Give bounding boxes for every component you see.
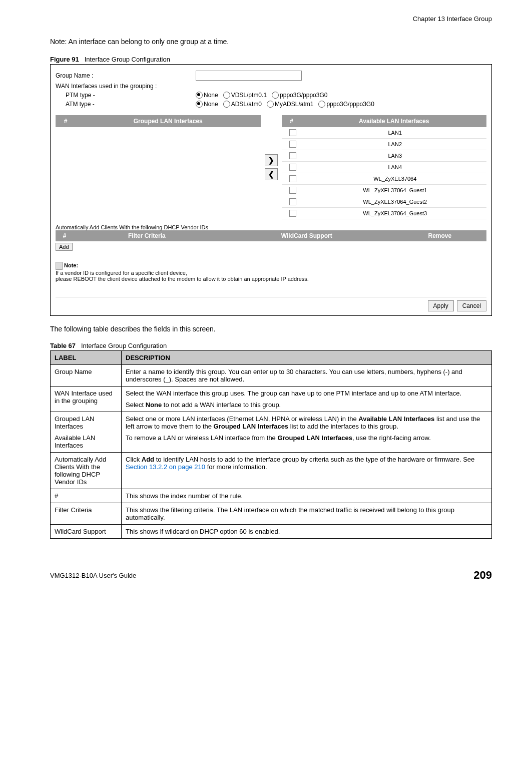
lan-item-label: LAN3: [304, 153, 487, 159]
ptm-pppo-radio[interactable]: [272, 92, 279, 99]
atm-none-radio[interactable]: [196, 101, 203, 108]
lan-item-label: LAN4: [304, 164, 487, 170]
table-row: Automatically Add Clients With the follo…: [51, 453, 492, 489]
lan-item-label: LAN1: [304, 130, 487, 136]
apply-button[interactable]: Apply: [428, 300, 454, 311]
lan-item-label: WL_ZyXEL37064_Guest2: [304, 199, 487, 205]
intro-text: The following table describes the fields…: [50, 325, 492, 333]
atm-type-label: ATM type -: [56, 101, 196, 108]
lan-item-label: WL_ZyXEL37064: [304, 176, 487, 182]
ptm-none-label: None: [204, 92, 218, 99]
row-label: Grouped LAN Interfaces Available LAN Int…: [51, 412, 122, 453]
lan-item-label: WL_ZyXEL37064_Guest3: [304, 210, 487, 216]
ptm-radio-group: None VDSL/ptm0.1 pppo3G/pppo3G0: [196, 92, 327, 99]
group-name-input[interactable]: [196, 71, 302, 81]
guide-name: VMG1312-B10A User's Guide: [50, 572, 136, 579]
table-header-desc: DESCRIPTION: [122, 351, 492, 365]
move-left-button[interactable]: ❮: [265, 168, 278, 180]
group-name-label: Group Name :: [56, 72, 196, 79]
section-link[interactable]: Section 13.2.2 on page 210: [126, 463, 205, 471]
note-icon: [56, 262, 63, 270]
row-desc: Enter a name to identify this group. You…: [122, 365, 492, 387]
ptm-pppo-label: pppo3G/pppo3G0: [280, 92, 327, 99]
atm-adsl-label: ADSL/atm0: [231, 101, 262, 108]
atm-adsl-radio[interactable]: [223, 101, 230, 108]
table-title: Interface Group Configuration: [81, 342, 167, 349]
lan-checkbox[interactable]: [289, 141, 296, 148]
figure-box: Group Name : WAN Interfaces used in the …: [50, 64, 492, 316]
vendor-filter-header: Filter Criteria: [74, 230, 220, 241]
lan-checkbox[interactable]: [289, 187, 296, 194]
page-number: 209: [473, 569, 492, 582]
available-lan-name-header: Available LAN Interfaces: [302, 115, 487, 127]
figure-prefix: Figure 91: [50, 56, 79, 63]
row-label: Filter Criteria: [51, 503, 122, 525]
table-row: WAN Interface used in the grouping Selec…: [51, 387, 492, 412]
row-desc: This shows the filtering criteria. The L…: [122, 503, 492, 525]
ptm-none-radio[interactable]: [196, 92, 203, 99]
note-title: Note:: [64, 262, 78, 268]
row-desc: This shows the index number of the rule.: [122, 489, 492, 503]
row-label: WildCard Support: [51, 525, 122, 539]
lan-checkbox[interactable]: [289, 198, 296, 205]
table-row: Group Name Enter a name to identify this…: [51, 365, 492, 387]
note-text-2: please REBOOT the client device attached…: [56, 276, 486, 282]
atm-myadsl-radio[interactable]: [267, 101, 274, 108]
lan-checkbox[interactable]: [289, 164, 296, 171]
vendor-ids-label: Automatically Add Clients With the follo…: [56, 224, 486, 230]
atm-radio-group: None ADSL/atm0 MyADSL/atm1 pppo3G/pppo3G…: [196, 101, 374, 108]
row-desc: Select the WAN interface this group uses…: [122, 387, 492, 412]
row-desc: This shows if wildcard on DHCP option 60…: [122, 525, 492, 539]
lan-item-label: LAN2: [304, 141, 487, 147]
move-right-button[interactable]: ❯: [265, 154, 278, 166]
note-line: Note: An interface can belong to only on…: [50, 38, 492, 46]
wan-interfaces-label: WAN Interfaces used in the grouping :: [56, 83, 196, 90]
grouped-lan-panel: # Grouped LAN Interfaces: [56, 115, 261, 219]
vendor-wildcard-header: WildCard Support: [220, 230, 393, 241]
atm-myadsl-label: MyADSL/atm1: [275, 101, 313, 108]
grouped-lan-idx-header: #: [56, 115, 76, 127]
vendor-remove-header: Remove: [393, 230, 486, 241]
table-row: WildCard Support This shows if wildcard …: [51, 525, 492, 539]
atm-pppo-label: pppo3G/pppo3G0: [326, 101, 374, 108]
chevron-right-icon: ❯: [268, 156, 274, 164]
row-label: WAN Interface used in the grouping: [51, 387, 122, 412]
chapter-header: Chapter 13 Interface Group: [50, 15, 492, 23]
row-desc: Select one or more LAN interfaces (Ether…: [122, 412, 492, 453]
lan-checkbox[interactable]: [289, 129, 296, 136]
cancel-button[interactable]: Cancel: [457, 300, 486, 311]
table-row: Grouped LAN Interfaces Available LAN Int…: [51, 412, 492, 453]
row-desc: Click Add to identify LAN hosts to add t…: [122, 453, 492, 489]
figure-caption: Figure 91 Interface Group Configuration: [50, 56, 492, 63]
lan-checkbox[interactable]: [289, 175, 296, 182]
move-buttons: ❯ ❮: [263, 115, 280, 219]
add-button[interactable]: Add: [56, 243, 73, 251]
note-box: Note: If a vendor ID is configured for a…: [56, 262, 486, 282]
table-row: # This shows the index number of the rul…: [51, 489, 492, 503]
ptm-vdsl-label: VDSL/ptm0.1: [231, 92, 267, 99]
atm-none-label: None: [204, 101, 218, 108]
available-lan-panel: # Available LAN Interfaces LAN1 LAN2 LAN…: [282, 115, 487, 219]
lan-checkbox[interactable]: [289, 152, 296, 159]
vendor-table-header: # Filter Criteria WildCard Support Remov…: [56, 230, 486, 241]
grouped-lan-name-header: Grouped LAN Interfaces: [76, 115, 261, 127]
row-label: #: [51, 489, 122, 503]
table-row: Filter Criteria This shows the filtering…: [51, 503, 492, 525]
ptm-vdsl-radio[interactable]: [223, 92, 230, 99]
note-text-1: If a vendor ID is configured for a speci…: [56, 270, 486, 276]
page-footer: VMG1312-B10A User's Guide 209: [50, 569, 492, 582]
table-header-label: LABEL: [51, 351, 122, 365]
table-prefix: Table 67: [50, 342, 76, 349]
description-table: LABEL DESCRIPTION Group Name Enter a nam…: [50, 350, 492, 539]
ptm-type-label: PTM type -: [56, 92, 196, 99]
lan-checkbox[interactable]: [289, 210, 296, 217]
lan-item-label: WL_ZyXEL37064_Guest1: [304, 187, 487, 193]
row-label: Automatically Add Clients With the follo…: [51, 453, 122, 489]
table-caption: Table 67 Interface Group Configuration: [50, 342, 492, 349]
vendor-idx-header: #: [56, 230, 74, 241]
row-label: Group Name: [51, 365, 122, 387]
figure-title: Interface Group Configuration: [85, 56, 170, 63]
atm-pppo-radio[interactable]: [318, 101, 325, 108]
available-lan-idx-header: #: [282, 115, 302, 127]
chevron-left-icon: ❮: [268, 170, 274, 178]
